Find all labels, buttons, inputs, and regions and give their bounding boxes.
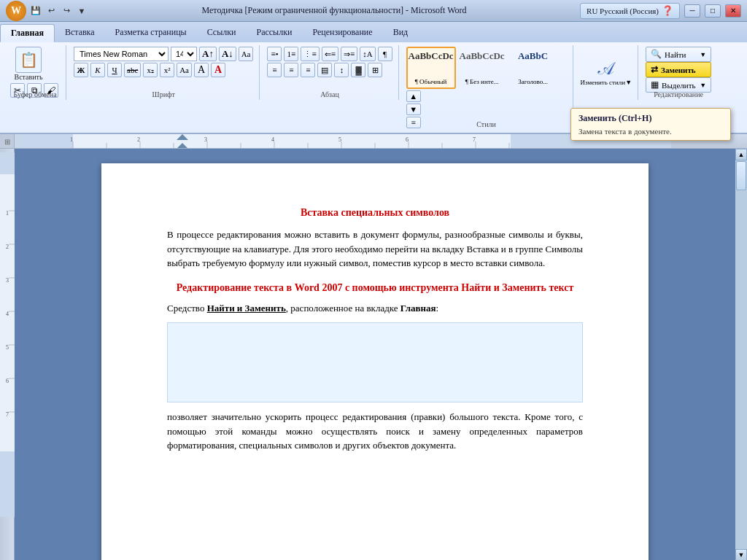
style-no-spacing-label: ¶ Без инте... <box>465 78 499 85</box>
svg-text:4: 4 <box>271 136 274 143</box>
strikethrough-button[interactable]: abc <box>124 63 141 77</box>
title-bar: W 💾 ↩ ↪ ▼ Методичка [Режим ограниченной … <box>0 0 747 22</box>
style-heading1-label: Заголово... <box>518 78 548 85</box>
para2-end: : <box>436 303 438 314</box>
vertical-scrollbar: ▲ ▼ <box>735 149 747 560</box>
shrink-font-button[interactable]: A↓ <box>219 47 236 61</box>
doc-para2: Средство Найти и Заменить, расположенное… <box>167 301 583 316</box>
paste-label: Вставить <box>14 73 42 81</box>
align-right-button[interactable]: ≡ <box>301 63 315 77</box>
subscript-button[interactable]: x₂ <box>143 63 158 77</box>
vruler-svg: 1 2 3 4 5 6 7 <box>0 152 15 517</box>
tab-page-layout[interactable]: Разметка страницы <box>105 24 197 42</box>
tab-insert[interactable]: Вставка <box>55 24 105 42</box>
para2-suffix: , расположенное на вкладке <box>286 303 400 314</box>
save-qa-btn[interactable]: 💾 <box>29 4 42 18</box>
scroll-down-button[interactable]: ▼ <box>735 549 747 560</box>
font-size-select[interactable]: 14 <box>171 47 197 61</box>
tab-home[interactable]: Главная <box>0 24 55 42</box>
replace-button[interactable]: ⇄ Заменить <box>646 62 711 77</box>
select-icon: ▦ <box>651 79 659 90</box>
maximize-button[interactable]: □ <box>705 4 721 18</box>
para2-prefix: Средство <box>167 303 207 314</box>
editing-label: Редактирование <box>640 90 717 98</box>
shading-button[interactable]: ▓ <box>351 63 365 77</box>
document-scroll-area[interactable]: Вставка специальных символов В процессе … <box>15 149 735 560</box>
bullets-button[interactable]: ≡• <box>267 47 282 61</box>
styles-scroll-down[interactable]: ▼ <box>406 104 421 115</box>
para2-bold: Найти и Заменить <box>207 303 286 314</box>
clipboard-label: Буфер обмена <box>4 90 66 98</box>
doc-heading1: Вставка специальных символов <box>167 207 583 219</box>
undo-qa-btn[interactable]: ↩ <box>44 4 58 18</box>
para-row1: ≡• 1≡ ⋮≡ ⇐≡ ⇒≡ ↕A ¶ <box>267 47 392 61</box>
line-spacing-button[interactable]: ↕ <box>334 63 349 77</box>
grow-font-button[interactable]: A↑ <box>199 47 217 61</box>
sort-button[interactable]: ↕A <box>360 47 375 61</box>
align-left-button[interactable]: ≡ <box>267 63 282 77</box>
style-heading1-preview: AaBbC <box>518 50 548 62</box>
numbering-button[interactable]: 1≡ <box>284 47 298 61</box>
document-page: Вставка специальных символов В процессе … <box>101 163 649 560</box>
clear-format-button[interactable]: Аа <box>239 47 254 61</box>
tab-mailings[interactable]: Рассылки <box>246 24 302 42</box>
tab-view[interactable]: Вид <box>383 24 419 42</box>
borders-button[interactable]: ⊞ <box>368 63 382 77</box>
close-button[interactable]: ✕ <box>725 4 741 18</box>
quick-access-toolbar: 💾 ↩ ↪ ▼ <box>29 4 88 18</box>
style-heading1[interactable]: AaBbC Заголово... <box>508 47 558 89</box>
italic-button[interactable]: К <box>90 63 105 77</box>
title-bar-left: W 💾 ↩ ↪ ▼ <box>6 1 88 21</box>
justify-button[interactable]: ▤ <box>317 63 332 77</box>
minimize-button[interactable]: ─ <box>684 4 700 18</box>
style-normal[interactable]: AaBbCcDc ¶ Обычный <box>406 47 456 89</box>
paragraph-label: Абзац <box>261 90 398 98</box>
replace-icon: ⇄ <box>651 64 658 75</box>
change-styles-button[interactable]: 𝒜 Изменить стили▼ <box>581 59 632 86</box>
find-button[interactable]: 🔍 Найти ▼ <box>646 47 711 62</box>
paste-icon: 📋 <box>15 47 42 73</box>
tab-references[interactable]: Ссылки <box>197 24 247 42</box>
font-name-select[interactable]: Times New Roman <box>74 47 169 61</box>
doc-para3: позволяет значительно ускорить процесс р… <box>167 410 583 453</box>
highlight-button[interactable]: A <box>194 63 209 77</box>
font-color-button[interactable]: A <box>211 63 225 77</box>
svg-text:6: 6 <box>6 378 9 384</box>
underline-button[interactable]: Ч <box>107 63 122 77</box>
dropdown-qa-btn[interactable]: ▼ <box>75 4 88 18</box>
svg-text:7: 7 <box>473 136 476 143</box>
doc-para1: В процессе редактирования можно вставить… <box>167 228 583 271</box>
font-row1: Times New Roman 14 A↑ A↓ Аа <box>74 47 253 61</box>
font-group: Times New Roman 14 A↑ A↓ Аа Ж К Ч abc x₂… <box>68 45 260 100</box>
language-indicator[interactable]: RU Русский (Россия) ❓ <box>580 3 680 19</box>
superscript-button[interactable]: x² <box>160 63 174 77</box>
font-label: Шрифт <box>68 90 259 98</box>
style-no-spacing[interactable]: AaBbCcDc ¶ Без инте... <box>457 47 507 89</box>
help-icon[interactable]: ❓ <box>662 5 673 17</box>
scroll-up-button[interactable]: ▲ <box>735 149 747 160</box>
svg-text:5: 5 <box>6 344 9 351</box>
paste-button[interactable]: 📋 Вставить <box>10 47 47 81</box>
align-center-button[interactable]: ≡ <box>284 63 298 77</box>
para-row2: ≡ ≡ ≡ ▤ ↕ ▓ ⊞ <box>267 63 392 77</box>
para2-tab: Главная <box>400 303 436 314</box>
office-button[interactable]: W <box>6 1 26 21</box>
style-no-spacing-preview: AaBbCcDc <box>460 50 505 62</box>
multilevel-button[interactable]: ⋮≡ <box>301 47 319 61</box>
scroll-track[interactable] <box>735 160 747 549</box>
scroll-thumb[interactable] <box>736 161 746 190</box>
redo-qa-btn[interactable]: ↪ <box>60 4 73 18</box>
show-marks-button[interactable]: ¶ <box>378 47 392 61</box>
svg-text:2: 2 <box>137 136 140 143</box>
svg-text:1: 1 <box>6 210 9 217</box>
tab-review[interactable]: Рецензирование <box>302 24 382 42</box>
increase-indent-button[interactable]: ⇒≡ <box>341 47 357 61</box>
bold-button[interactable]: Ж <box>74 63 88 77</box>
ruler-corner[interactable]: ⊞ <box>0 134 15 149</box>
svg-text:2: 2 <box>6 244 9 250</box>
vertical-ruler: 1 2 3 4 5 6 7 <box>0 149 15 560</box>
change-case-button[interactable]: Аа <box>177 63 192 77</box>
document-area: 1 2 3 4 5 6 7 Вставка специальных символ… <box>0 149 747 560</box>
styles-scroll-up[interactable]: ▲ <box>406 90 421 102</box>
decrease-indent-button[interactable]: ⇐≡ <box>322 47 338 61</box>
